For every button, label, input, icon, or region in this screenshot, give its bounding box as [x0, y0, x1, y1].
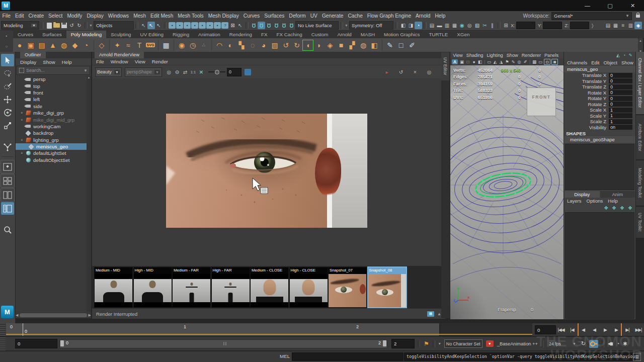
- render-icon[interactable]: ▤: [428, 22, 436, 29]
- snap-magnet-icon[interactable]: Ω: [250, 22, 258, 29]
- shelf-tab[interactable]: FX: [257, 31, 272, 38]
- scale-tool[interactable]: [1, 119, 14, 132]
- range-center-grip[interactable]: [223, 342, 227, 345]
- selected-node-name[interactable]: meniscus_geo: [564, 66, 635, 72]
- save-scene-icon[interactable]: [60, 22, 68, 29]
- shelf-tool-icon[interactable]: [382, 40, 382, 51]
- redo-icon[interactable]: ↻: [75, 22, 83, 29]
- shelf-tool-icon[interactable]: ↻: [291, 40, 302, 51]
- shelf-tool-icon[interactable]: ◌: [247, 40, 258, 51]
- shelf-tab[interactable]: Surfaces: [38, 31, 66, 38]
- menu-item[interactable]: Mesh Tools: [176, 13, 206, 19]
- menu-item[interactable]: Surfaces: [262, 13, 287, 19]
- shelf-tool-icon[interactable]: □: [395, 40, 407, 51]
- outliner-item[interactable]: front: [16, 89, 87, 96]
- divider[interactable]: [135, 22, 138, 29]
- shelf-tool-icon[interactable]: ✎: [384, 40, 395, 51]
- chevron-down-icon[interactable]: ▼: [84, 68, 88, 73]
- renderview-menu-item[interactable]: Window: [111, 59, 128, 64]
- outliner-item[interactable]: meniscus_geo: [16, 143, 87, 150]
- sidebar-tab[interactable]: Modeling Toolkit: [636, 160, 644, 206]
- outliner-vertical-scrollbar[interactable]: ▲: [87, 76, 91, 312]
- divider[interactable]: [246, 22, 249, 29]
- bookmark-icon[interactable]: ⚑: [424, 340, 429, 347]
- playback-button[interactable]: |◀◀: [555, 323, 567, 336]
- layer-action-icon[interactable]: ❖: [628, 205, 632, 211]
- channel-value-field[interactable]: 0: [609, 96, 632, 101]
- component-mask-icon[interactable]: ▪: [184, 22, 191, 29]
- renderview-menu-item[interactable]: View: [135, 59, 145, 64]
- shelf-tool-icon[interactable]: ▲: [47, 40, 58, 51]
- new-scene-icon[interactable]: [45, 22, 53, 29]
- animation-start-field[interactable]: 0: [15, 339, 57, 348]
- divider[interactable]: [340, 22, 343, 29]
- ab-compare-slider[interactable]: 0: [208, 68, 242, 76]
- sidebar-toggle-icon[interactable]: ◈: [634, 22, 642, 29]
- channelbox-menu-item[interactable]: Show: [621, 60, 633, 65]
- menu-item[interactable]: Windows: [106, 13, 131, 19]
- live-surface-field[interactable]: No Live Surface: [295, 21, 339, 30]
- frame-ruler[interactable]: 0 1 2 0: [6, 323, 532, 336]
- shelf-tool-icon[interactable]: ↺: [280, 40, 291, 51]
- chevron-down-icon[interactable]: ▼: [345, 24, 348, 27]
- outliner-item[interactable]: side: [16, 103, 87, 110]
- component-mask-icon[interactable]: ▪: [199, 22, 206, 29]
- selection-lock-icon[interactable]: ⊠: [229, 22, 236, 29]
- viewport-tool-icon[interactable]: ▭: [486, 59, 492, 64]
- layer-menu-item[interactable]: Layers: [567, 198, 582, 204]
- snapshot-thumbnail[interactable]: Snapshot_07: [328, 267, 367, 308]
- outliner-persp-layout-button[interactable]: [1, 202, 14, 215]
- viewport-tool-icon[interactable]: ●: [471, 59, 477, 64]
- layer-menu-item[interactable]: Help: [608, 198, 618, 204]
- playback-button[interactable]: ▶|: [622, 323, 633, 336]
- snapshot-thumbnail[interactable]: Medium - FAR: [172, 267, 211, 308]
- workspace-dropdown[interactable]: General*▼: [551, 12, 632, 20]
- viewport-tool-icon[interactable]: ◎: [516, 59, 522, 64]
- scroll-right-icon[interactable]: ▶: [89, 313, 91, 317]
- shelf-tool-icon[interactable]: [174, 40, 174, 51]
- single-pane-layout-button[interactable]: [1, 160, 15, 173]
- shelf-tool-icon[interactable]: ▦: [160, 40, 172, 51]
- channel-value-field[interactable]: on: [609, 125, 632, 130]
- channel-value-field[interactable]: 0: [609, 102, 632, 107]
- outliner-item[interactable]: persp: [16, 76, 87, 82]
- sidebar-toggle-icon[interactable]: ▥: [627, 22, 634, 29]
- sidebar-toggle-icon[interactable]: ≡: [619, 22, 627, 29]
- menu-item[interactable]: Modify: [65, 13, 85, 19]
- range-start-handle[interactable]: [60, 340, 64, 346]
- sidebar-toggle-icon[interactable]: ▤: [604, 22, 612, 29]
- shelf-tab[interactable]: Poly Modeling: [66, 31, 107, 38]
- render-icon[interactable]: ▥: [443, 22, 451, 29]
- channel-value-field[interactable]: 0: [609, 84, 632, 89]
- anim-layer-icon[interactable]: ▼: [486, 340, 494, 347]
- renderview-option-icon[interactable]: ↺: [397, 69, 405, 75]
- shelf-tab[interactable]: UV Editing: [136, 31, 168, 38]
- snapshot-thumbnail[interactable]: Medium - MID: [94, 267, 133, 308]
- snap-magnet-icon[interactable]: Ω: [265, 22, 273, 29]
- shelf-tool-icon[interactable]: T: [134, 40, 145, 51]
- shelf-tool-icon[interactable]: ◆: [69, 40, 80, 51]
- magnifier-icon[interactable]: [1, 223, 14, 236]
- render-icon[interactable]: ▧: [473, 22, 481, 29]
- shelf-tab[interactable]: Rigging: [168, 31, 194, 38]
- viewport-tool-icon[interactable]: □: [465, 59, 471, 64]
- selection-mask-dropdown[interactable]: Objects: [94, 21, 134, 30]
- renderview-option-icon[interactable]: ▸: [383, 69, 391, 75]
- shelf-tab[interactable]: Rendering: [225, 31, 257, 38]
- shelf-tool-icon[interactable]: ◍: [358, 40, 369, 51]
- select-tool[interactable]: [1, 54, 14, 66]
- shelf-tab[interactable]: Motion Graphics: [379, 31, 424, 38]
- shelf-tool-icon[interactable]: ◷: [187, 40, 198, 51]
- aov-dropdown[interactable]: Beauty▼: [95, 67, 122, 77]
- shelf-tool-icon[interactable]: [109, 40, 110, 51]
- layer-editor-tab[interactable]: Display: [565, 191, 600, 198]
- layer-action-icon[interactable]: ❖: [604, 205, 608, 211]
- shelf-tool-icon[interactable]: ●: [14, 40, 25, 51]
- close-button[interactable]: ✕: [621, 0, 644, 11]
- channel-value-field[interactable]: 1: [609, 119, 632, 124]
- snap-magnet-icon[interactable]: Ω: [288, 22, 295, 29]
- shelf-menu-icon[interactable]: ▪: [6, 34, 8, 38]
- shelf-tool-icon[interactable]: ◈: [325, 40, 336, 51]
- shelf-tab[interactable]: MASH: [356, 31, 379, 38]
- shelf-tool-icon[interactable]: ◉: [176, 40, 187, 51]
